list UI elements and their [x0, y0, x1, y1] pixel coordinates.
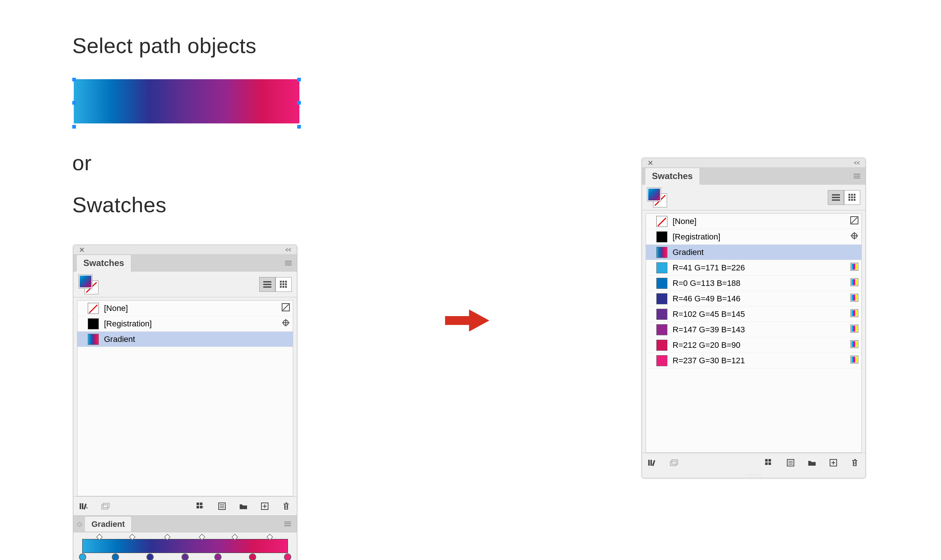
gradient-midpoint[interactable] — [267, 534, 273, 540]
swatch-type-icon — [282, 303, 290, 314]
new-swatch-icon[interactable] — [259, 501, 270, 512]
gradient-midpoint[interactable] — [164, 534, 170, 540]
gradient-stop[interactable] — [214, 553, 222, 560]
swatch-row[interactable]: R=41 G=171 B=226 — [646, 260, 861, 275]
swatches-panel-right: Swatches [None][Registration]GradientR=4… — [642, 158, 866, 478]
grid-view-button[interactable] — [844, 190, 860, 205]
swatch-row[interactable]: [None] — [77, 301, 293, 316]
add-to-library-icon[interactable] — [668, 457, 680, 468]
swatch-row[interactable]: [None] — [646, 214, 861, 229]
svg-rect-39 — [853, 264, 855, 270]
svg-rect-20 — [196, 506, 199, 508]
expand-icon[interactable]: ◇ — [77, 520, 82, 528]
add-to-library-icon[interactable] — [100, 501, 111, 512]
list-view-button[interactable] — [828, 190, 844, 205]
svg-rect-7 — [280, 286, 282, 288]
svg-rect-26 — [851, 194, 853, 195]
panel-drag-handle[interactable]: ::::::::: — [642, 472, 865, 478]
swatch-row[interactable]: R=147 G=39 B=143 — [646, 322, 861, 337]
panel-titlebar — [642, 158, 865, 168]
swatch-options-icon[interactable] — [785, 457, 796, 468]
gradient-swatch-chip — [88, 334, 99, 345]
swatch-type-icon — [850, 355, 858, 366]
swatch-label: [Registration] — [673, 232, 720, 242]
swatch-row[interactable]: [Registration] — [77, 316, 293, 332]
svg-rect-32 — [851, 199, 853, 201]
svg-rect-56 — [855, 326, 857, 332]
selection-handle-br[interactable] — [297, 125, 301, 129]
tab-row: Swatches — [73, 255, 297, 272]
gradient-stop[interactable] — [112, 553, 119, 560]
swatch-options-icon[interactable] — [216, 501, 227, 512]
swatch-label: R=212 G=20 B=90 — [673, 340, 740, 350]
swatch-row[interactable]: Gradient — [77, 332, 293, 347]
svg-rect-13 — [80, 503, 81, 509]
trash-icon[interactable] — [281, 501, 292, 512]
grid-view-button[interactable] — [275, 277, 292, 292]
show-kind-menu-icon[interactable] — [764, 457, 775, 468]
selection-handle-mr[interactable] — [297, 101, 301, 105]
flyout-menu-icon[interactable] — [283, 257, 294, 269]
selection-handle-bl[interactable] — [72, 125, 76, 129]
gradient-stop[interactable] — [79, 553, 86, 560]
libraries-menu-icon[interactable] — [79, 501, 89, 512]
gradient-midpoint[interactable] — [97, 534, 103, 540]
libraries-menu-icon[interactable] — [647, 457, 658, 468]
gradient-stop[interactable] — [284, 553, 291, 560]
gradient-flyout-icon[interactable] — [282, 518, 293, 529]
svg-rect-8 — [282, 286, 284, 288]
swatch-row[interactable]: [Registration] — [646, 229, 861, 245]
swatch-row[interactable]: R=46 G=49 B=146 — [646, 291, 861, 306]
close-icon[interactable] — [645, 157, 656, 168]
gradient-stop[interactable] — [147, 553, 154, 560]
black-swatch-chip — [88, 318, 99, 329]
new-colorgroup-icon[interactable] — [807, 457, 818, 468]
gradient-midpoint[interactable] — [130, 534, 136, 540]
tab-swatches[interactable]: Swatches — [645, 168, 700, 185]
gradient-swatch-chip — [656, 247, 667, 258]
swatch-row[interactable]: R=102 G=45 B=145 — [646, 306, 861, 322]
swatch-label: [None] — [104, 303, 128, 313]
selection-handle-ml[interactable] — [72, 101, 76, 105]
gradient-ramp[interactable] — [82, 539, 288, 553]
swatch-row[interactable]: R=212 G=20 B=90 — [646, 337, 861, 353]
flyout-menu-icon[interactable] — [852, 171, 862, 182]
svg-rect-52 — [855, 310, 857, 316]
fill-stroke-indicator[interactable] — [647, 188, 667, 208]
swatch-label: R=102 G=45 B=145 — [673, 309, 745, 319]
collapse-icon[interactable] — [852, 157, 862, 168]
none-swatch-chip — [88, 303, 99, 314]
fill-stroke-indicator[interactable] — [79, 274, 99, 294]
selection-handle-tl[interactable] — [72, 78, 76, 82]
list-view-button[interactable] — [259, 277, 275, 292]
heading-swatches: Swatches — [72, 192, 166, 217]
swatch-row[interactable]: R=237 G=30 B=121 — [646, 353, 861, 368]
tab-gradient[interactable]: Gradient — [85, 516, 132, 532]
svg-rect-70 — [765, 459, 768, 462]
tab-swatches[interactable]: Swatches — [76, 255, 131, 272]
gradient-midpoint[interactable] — [232, 534, 238, 540]
close-icon[interactable] — [76, 244, 87, 255]
svg-rect-63 — [853, 357, 855, 363]
swatch-row[interactable]: Gradient — [646, 245, 861, 260]
collapse-icon[interactable] — [283, 244, 294, 255]
selected-gradient-object[interactable] — [74, 79, 299, 123]
swatch-row[interactable]: R=0 G=113 B=188 — [646, 275, 861, 291]
gradient-midpoint[interactable] — [199, 534, 205, 540]
swatch-label: [Registration] — [104, 319, 152, 329]
arrow-icon — [443, 306, 491, 337]
selection-handle-tr[interactable] — [297, 78, 301, 82]
svg-rect-51 — [853, 310, 855, 316]
swatch-list: [None][Registration]GradientR=41 G=171 B… — [646, 213, 862, 453]
gradient-stop[interactable] — [249, 553, 256, 560]
svg-rect-21 — [200, 506, 202, 508]
trash-icon[interactable] — [849, 457, 860, 468]
gradient-stop[interactable] — [181, 553, 189, 560]
new-swatch-icon[interactable] — [828, 457, 839, 468]
swatch-toolbar — [642, 453, 865, 472]
heading-select-path: Select path objects — [72, 33, 257, 58]
new-colorgroup-icon[interactable] — [238, 501, 249, 512]
svg-rect-73 — [768, 462, 771, 465]
show-kind-menu-icon[interactable] — [195, 501, 206, 512]
heading-or: or — [72, 150, 92, 175]
